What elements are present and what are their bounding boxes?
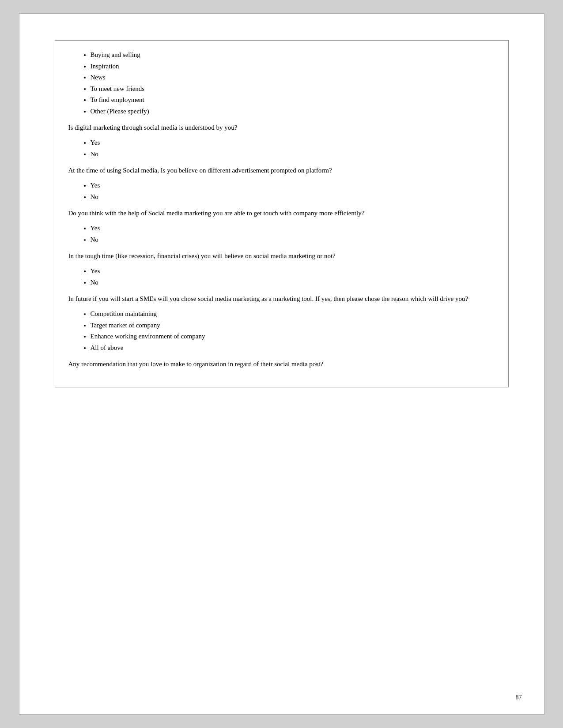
list-item: No <box>91 277 495 289</box>
question-4-options: Yes No <box>91 266 495 288</box>
list-item: Buying and selling <box>91 49 495 61</box>
list-item: Yes <box>91 266 495 277</box>
question-3-options: Yes No <box>91 223 495 245</box>
list-item: To find employment <box>91 94 495 106</box>
list-item: Yes <box>91 223 495 234</box>
list-item: No <box>91 191 495 203</box>
initial-bullet-list: Buying and selling Inspiration News To m… <box>91 49 495 117</box>
question-3-text: Do you think with the help of Social med… <box>68 208 495 218</box>
question-5-options: Competition maintaining Target market of… <box>91 308 495 353</box>
page: Buying and selling Inspiration News To m… <box>19 13 544 715</box>
list-item: Yes <box>91 180 495 191</box>
page-number: 87 <box>516 694 522 701</box>
question-1-text: Is digital marketing through social medi… <box>68 122 495 133</box>
question-2-options: Yes No <box>91 180 495 203</box>
question-4-text: In the tough time (like recession, finan… <box>68 251 495 261</box>
list-item: No <box>91 234 495 246</box>
list-item: All of above <box>91 342 495 354</box>
list-item: To meet new friends <box>91 83 495 95</box>
list-item: Target market of company <box>91 320 495 331</box>
question-2-text: At the time of using Social media, Is yo… <box>68 165 495 176</box>
list-item: Competition maintaining <box>91 308 495 320</box>
list-item: No <box>91 149 495 160</box>
question-1-options: Yes No <box>91 137 495 160</box>
list-item: Inspiration <box>91 61 495 72</box>
list-item: News <box>91 72 495 83</box>
list-item: Enhance working environment of company <box>91 331 495 342</box>
list-item: Yes <box>91 137 495 149</box>
question-5-text: In future if you will start a SMEs will … <box>68 293 495 304</box>
question-6-text: Any recommendation that you love to make… <box>68 359 495 369</box>
list-item: Other (Please specify) <box>91 106 495 117</box>
content-box: Buying and selling Inspiration News To m… <box>55 40 509 387</box>
